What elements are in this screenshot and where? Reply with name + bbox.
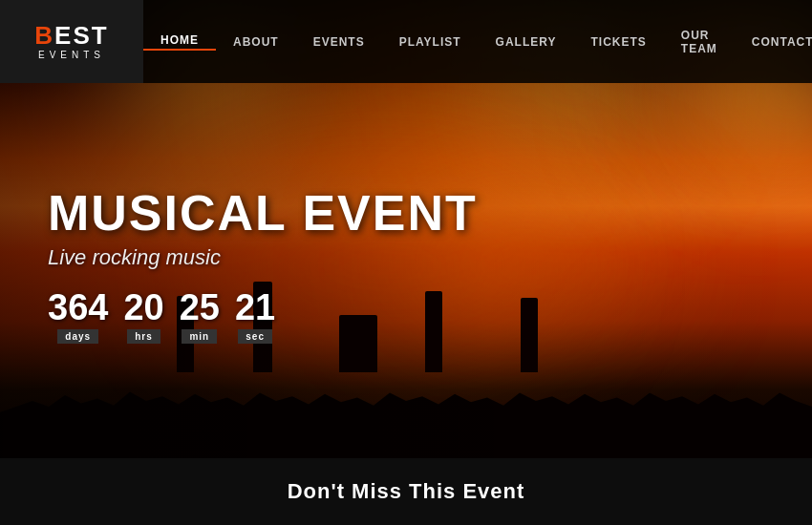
dont-miss-title: Don't Miss This Event <box>288 479 525 504</box>
header: BEST EVENTS HOME ABOUT EVENTS PLAYLIST G… <box>0 0 812 83</box>
countdown-min-value: 25 <box>180 289 220 326</box>
logo[interactable]: BEST EVENTS <box>0 0 143 83</box>
countdown-hrs-value: 20 <box>123 289 163 326</box>
nav-item-events[interactable]: EVENTS <box>296 35 382 49</box>
nav-item-tickets[interactable]: TICKETS <box>573 35 663 49</box>
countdown-days: 364 days <box>48 289 108 344</box>
nav-item-playlist[interactable]: PLAYLIST <box>382 35 479 49</box>
logo-est: EST <box>54 21 109 50</box>
countdown-days-label: days <box>57 329 98 344</box>
hero-subtitle: Live rocking music <box>48 245 478 270</box>
nav-item-about[interactable]: ABOUT <box>216 35 296 49</box>
logo-tagline: EVENTS <box>38 50 105 60</box>
nav-item-gallery[interactable]: GALLERY <box>479 35 574 49</box>
countdown-min-label: min <box>182 329 217 344</box>
logo-b: B <box>34 21 54 50</box>
bottom-section: Don't Miss This Event <box>0 458 812 525</box>
main-nav: HOME ABOUT EVENTS PLAYLIST GALLERY TICKE… <box>143 29 812 55</box>
countdown-hrs-label: hrs <box>127 329 160 344</box>
nav-item-contact[interactable]: CONTACT <box>735 35 812 49</box>
countdown-hrs: 20 hrs <box>123 289 163 344</box>
nav-item-home[interactable]: HOME <box>143 33 216 51</box>
hero-content: MUSICAL EVENT Live rocking music 364 day… <box>48 188 478 344</box>
countdown-sec-label: sec <box>238 329 272 344</box>
countdown-sec: 21 sec <box>235 289 275 344</box>
logo-text: BEST <box>34 23 108 48</box>
nav-item-our-team[interactable]: OUR TEAM <box>664 29 735 55</box>
countdown-min: 25 min <box>180 289 220 344</box>
hero-title: MUSICAL EVENT <box>48 188 478 238</box>
countdown-days-value: 364 <box>48 289 108 326</box>
countdown-timer: 364 days 20 hrs 25 min 21 sec <box>48 289 478 344</box>
countdown-sec-value: 21 <box>235 289 275 326</box>
